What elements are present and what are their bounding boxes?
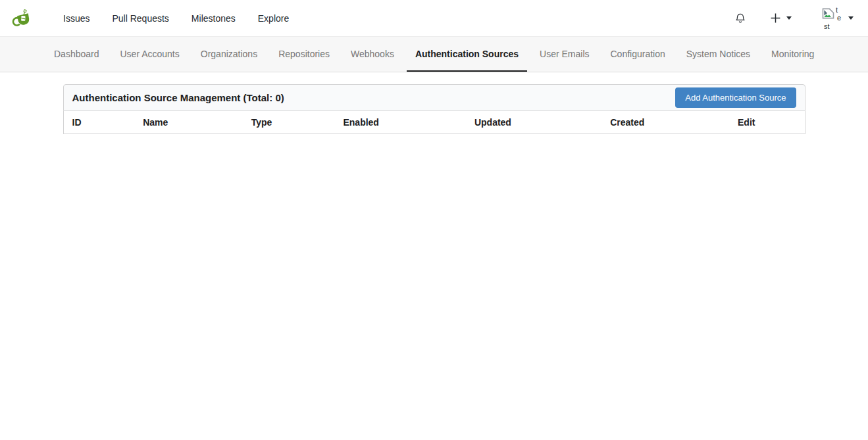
- tab-user-accounts[interactable]: User Accounts: [112, 37, 188, 72]
- navbar-item-milestones[interactable]: Milestones: [180, 13, 247, 24]
- notifications-button[interactable]: [734, 12, 746, 25]
- navbar-item-issues[interactable]: Issues: [52, 13, 101, 24]
- tab-system-notices[interactable]: System Notices: [678, 37, 759, 72]
- page-title: Authentication Source Management (Total:…: [72, 92, 284, 103]
- panel-header: Authentication Source Management (Total:…: [63, 84, 805, 111]
- authentication-sources-table: ID Name Type Enabled Updated Created Edi…: [63, 111, 805, 134]
- column-header-name: Name: [134, 111, 243, 134]
- column-header-edit: Edit: [729, 111, 805, 134]
- column-header-type: Type: [243, 111, 335, 134]
- tab-organizations[interactable]: Organizations: [192, 37, 266, 72]
- table-header-row: ID Name Type Enabled Updated Created Edi…: [63, 111, 805, 134]
- tab-monitoring[interactable]: Monitoring: [763, 37, 823, 72]
- tab-user-emails[interactable]: User Emails: [531, 37, 598, 72]
- top-navbar: Issues Pull Requests Milestones Explore: [0, 0, 868, 37]
- admin-tabbar: Dashboard User Accounts Organizations Re…: [0, 37, 868, 72]
- column-header-enabled: Enabled: [334, 111, 465, 134]
- gitea-logo[interactable]: [12, 8, 34, 28]
- avatar: t e st: [822, 6, 842, 30]
- tab-repositories[interactable]: Repositories: [270, 37, 338, 72]
- navbar-item-pull-requests[interactable]: Pull Requests: [101, 13, 180, 24]
- bell-icon: [734, 12, 746, 25]
- tab-authentication-sources[interactable]: Authentication Sources: [407, 37, 527, 72]
- avatar-alt-text: e: [837, 14, 841, 22]
- broken-image-icon: [822, 8, 834, 19]
- user-menu-dropdown[interactable]: t e st: [822, 6, 854, 30]
- plus-icon: [770, 12, 781, 24]
- column-header-created: Created: [601, 111, 729, 134]
- create-new-dropdown[interactable]: [770, 12, 792, 24]
- tab-configuration[interactable]: Configuration: [602, 37, 674, 72]
- tab-webhooks[interactable]: Webhooks: [342, 37, 403, 72]
- main-content: Authentication Source Management (Total:…: [63, 84, 805, 134]
- navbar-right: t e st: [734, 6, 854, 30]
- avatar-alt-text: st: [824, 23, 830, 30]
- column-header-id: ID: [63, 111, 134, 134]
- caret-down-icon: [786, 16, 792, 20]
- caret-down-icon: [848, 16, 854, 20]
- navbar-item-explore[interactable]: Explore: [247, 13, 300, 24]
- gitea-logo-icon: [12, 8, 34, 28]
- add-authentication-source-button[interactable]: Add Authentication Source: [675, 87, 796, 108]
- avatar-alt-text: t: [836, 7, 838, 14]
- column-header-updated: Updated: [466, 111, 601, 134]
- navbar-links: Issues Pull Requests Milestones Explore: [52, 13, 300, 24]
- tab-dashboard[interactable]: Dashboard: [45, 37, 108, 72]
